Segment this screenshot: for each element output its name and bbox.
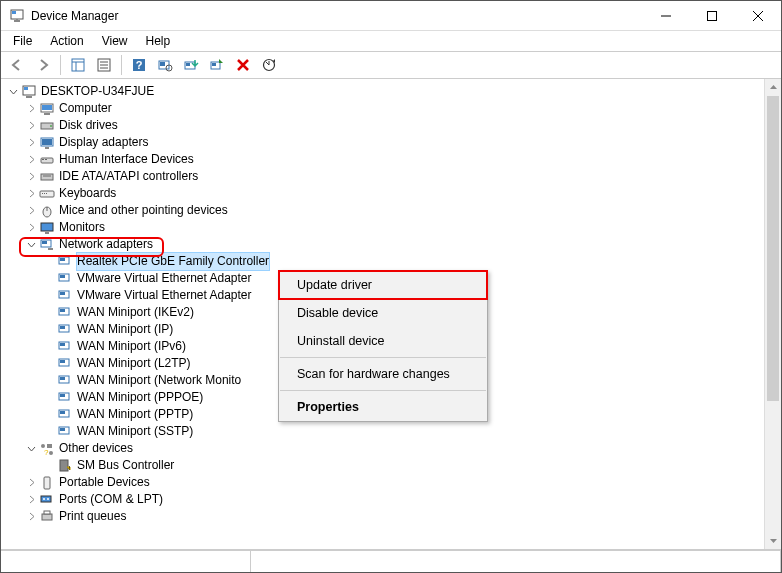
tree-category-display[interactable]: Display adapters [7,134,764,151]
tree-device-wan-sstp[interactable]: WAN Miniport (SSTP) [7,423,764,440]
tree-root[interactable]: DESKTOP-U34FJUE [7,83,764,100]
svg-rect-23 [212,63,216,66]
svg-rect-80 [44,477,50,489]
tree-label: Display adapters [59,134,148,151]
vertical-scrollbar[interactable] [764,79,781,549]
toolbar-uninstall[interactable] [231,54,255,76]
tree-category-ports[interactable]: Ports (COM & LPT) [7,491,764,508]
toolbar-show-hidden[interactable] [66,54,90,76]
network-adapter-icon [57,424,73,440]
menu-file[interactable]: File [5,32,40,50]
tree-category-disk[interactable]: Disk drives [7,117,764,134]
expand-icon[interactable] [25,103,37,115]
expand-icon[interactable] [25,171,37,183]
tree-label: WAN Miniport (IP) [77,321,173,338]
svg-rect-50 [42,241,47,244]
expand-icon[interactable] [25,120,37,132]
toolbar-enable-device[interactable] [205,54,229,76]
expand-icon[interactable] [25,511,37,523]
svg-rect-73 [60,428,65,431]
svg-rect-3 [16,19,18,20]
toolbar-scan-hardware[interactable] [153,54,177,76]
expand-icon[interactable] [25,477,37,489]
tree-category-portable[interactable]: Portable Devices [7,474,764,491]
toolbar-properties-sheet[interactable] [92,54,116,76]
tree-category-otherdev[interactable]: ?Other devices [7,440,764,457]
svg-rect-55 [60,275,65,278]
svg-rect-48 [45,232,49,234]
context-uninstall-device[interactable]: Uninstall device [279,327,487,355]
tree-device-smbus[interactable]: !SM Bus Controller [7,457,764,474]
svg-point-82 [43,498,45,500]
network-adapter-icon [57,356,73,372]
expand-icon[interactable] [25,188,37,200]
tree-category-network[interactable]: Network adapters [7,236,764,253]
tree-label: WAN Miniport (PPTP) [77,406,193,423]
svg-rect-29 [42,105,52,110]
menu-help[interactable]: Help [138,32,179,50]
titlebar: Device Manager [1,1,781,31]
tree-category-monitors[interactable]: Monitors [7,219,764,236]
network-icon [39,237,55,253]
svg-rect-51 [48,248,53,250]
tree-device-realtek[interactable]: Realtek PCIe GbE Family Controller [7,253,764,270]
toolbar-scan-changes[interactable] [257,54,281,76]
tree-category-keyboards[interactable]: Keyboards [7,185,764,202]
tree-category-computer[interactable]: Computer [7,100,764,117]
toolbar-forward[interactable] [31,54,55,76]
context-scan-hardware[interactable]: Scan for hardware changes [279,360,487,388]
scroll-up-button[interactable] [765,79,781,96]
tree-category-ide[interactable]: IDE ATA/ATAPI controllers [7,168,764,185]
tree-label: Keyboards [59,185,116,202]
context-properties[interactable]: Properties [279,393,487,421]
svg-rect-39 [41,174,53,180]
printer-icon [39,509,55,525]
minimize-button[interactable] [643,1,689,31]
expand-icon[interactable] [25,205,37,217]
computer-icon [21,84,37,100]
tree-label: WAN Miniport (L2TP) [77,355,191,372]
network-adapter-icon [57,254,73,270]
expand-icon[interactable] [25,154,37,166]
collapse-icon[interactable] [7,86,19,98]
tree-label: VMware Virtual Ethernet Adapter [77,287,252,304]
tree-category-hid[interactable]: Human Interface Devices [7,151,764,168]
svg-rect-1 [12,11,16,14]
context-update-driver[interactable]: Update driver [279,271,487,299]
svg-text:?: ? [136,59,143,71]
svg-rect-27 [26,96,32,98]
svg-rect-81 [41,496,51,502]
context-disable-device[interactable]: Disable device [279,299,487,327]
collapse-icon[interactable] [25,443,37,455]
svg-text:?: ? [44,448,49,457]
scroll-down-button[interactable] [765,532,781,549]
maximize-button[interactable] [689,1,735,31]
network-adapter-icon [57,305,73,321]
svg-rect-34 [42,139,52,145]
collapse-icon[interactable] [25,239,37,251]
svg-rect-53 [60,258,65,261]
expand-icon[interactable] [25,137,37,149]
close-button[interactable] [735,1,781,31]
toolbar-separator [121,55,122,75]
scroll-thumb[interactable] [767,96,779,401]
svg-rect-61 [60,326,65,329]
tree-category-mice[interactable]: Mice and other pointing devices [7,202,764,219]
tree-label: Print queues [59,508,126,525]
toolbar-back[interactable] [5,54,29,76]
menu-action[interactable]: Action [42,32,91,50]
expand-icon[interactable] [25,494,37,506]
toolbar-help[interactable]: ? [127,54,151,76]
toolbar-update-driver[interactable] [179,54,203,76]
tree-label: Ports (COM & LPT) [59,491,163,508]
status-cell [251,551,781,572]
scroll-track[interactable] [765,96,781,532]
svg-rect-38 [45,159,47,160]
tree-label: IDE ATA/ATAPI controllers [59,168,198,185]
monitor-icon [39,220,55,236]
expand-icon[interactable] [25,222,37,234]
tree-category-printq[interactable]: Print queues [7,508,764,525]
svg-rect-43 [44,193,45,194]
computer-icon [39,101,55,117]
menu-view[interactable]: View [94,32,136,50]
